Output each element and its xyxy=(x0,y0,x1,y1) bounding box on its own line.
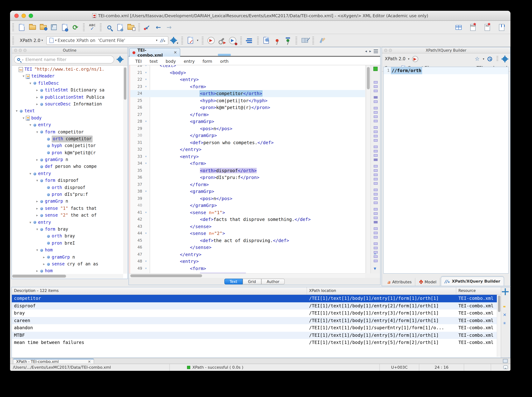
next-highlight-icon[interactable]: ▼ xyxy=(374,267,376,270)
indent-lines-button[interactable] xyxy=(245,36,254,45)
code-line-20[interactable]: 20▿<text> xyxy=(130,65,365,69)
outline-item[interactable]: ▶sense"1"facts that xyxy=(12,205,123,212)
search-result-marker[interactable] xyxy=(374,165,378,167)
code-line-34[interactable]: 34▿<form> xyxy=(130,160,365,167)
search-result-marker[interactable] xyxy=(374,242,378,245)
search-result-marker[interactable] xyxy=(374,189,378,191)
search-result-marker[interactable] xyxy=(374,247,378,249)
outline-item[interactable]: ▼entry xyxy=(12,122,123,129)
outline-item[interactable]: pronbreI xyxy=(12,240,123,247)
search-result-marker[interactable] xyxy=(374,251,378,254)
code-line-43[interactable]: 43</sense> xyxy=(130,223,365,230)
xpath-results-tab[interactable]: XPath - TEI-combo.xml ✕ xyxy=(13,359,94,364)
result-row[interactable]: disproof/TEI[1]/text[1]/body[1]/entry[2]… xyxy=(12,302,497,310)
outline-item[interactable]: prondIs"pru:f xyxy=(12,191,123,198)
outline-item[interactable]: ▶gramGrpn xyxy=(12,198,123,205)
editor-vscrollbar[interactable] xyxy=(366,65,370,273)
outline-item[interactable]: ▼formcompetitor xyxy=(12,129,123,136)
new-xslt-button[interactable]: XSLT✱ xyxy=(469,23,477,32)
code-line-36[interactable]: 36<pron>dIs"pru:f</pron> xyxy=(130,174,365,181)
search-result-marker[interactable] xyxy=(374,169,378,172)
remove-all-results-button[interactable]: ✳ xyxy=(503,321,506,326)
annotation-ruler[interactable]: ✕ ▲ ▼ xyxy=(370,65,380,273)
outline-item[interactable]: ▶publicationStmtPublica xyxy=(12,94,123,101)
search-result-marker[interactable] xyxy=(374,202,378,204)
element-filter-input[interactable]: ⌄ Element name filter xyxy=(14,56,114,63)
outline-item[interactable]: ▼text xyxy=(12,108,123,115)
outline-item[interactable]: ▼entry xyxy=(12,170,123,177)
search-result-marker[interactable] xyxy=(374,193,378,195)
connector-button[interactable] xyxy=(317,36,326,45)
outline-item[interactable]: ▼formdisproof xyxy=(12,177,123,184)
search-result-marker[interactable] xyxy=(374,255,378,258)
tab-attributes[interactable]: aAttributes xyxy=(384,278,415,286)
search-result-marker[interactable] xyxy=(374,154,378,157)
search-result-marker[interactable] xyxy=(374,100,378,103)
search-result-marker[interactable] xyxy=(374,135,378,137)
tab-list-icon[interactable] xyxy=(374,49,378,53)
search-result-marker[interactable] xyxy=(374,221,378,223)
search-result-marker[interactable] xyxy=(374,146,378,148)
xpath-expression-editor[interactable]: 1 //form/orth xyxy=(383,67,509,274)
search-result-marker[interactable] xyxy=(374,260,378,262)
search-result-marker[interactable] xyxy=(374,227,378,230)
find-replace-button[interactable] xyxy=(105,23,114,31)
editor-tab[interactable]: TEI-combo.xml ✕ xyxy=(129,48,180,57)
close-tab-icon[interactable]: ✕ xyxy=(88,360,91,363)
code-line-49[interactable]: 49▿<form> xyxy=(130,265,365,272)
code-line-44[interactable]: 44▿<sense n="2"> xyxy=(130,230,365,237)
search-result-marker[interactable] xyxy=(374,212,378,215)
new-document-button[interactable] xyxy=(17,23,26,31)
search-result-marker[interactable] xyxy=(374,197,378,200)
xpath-version-dropdown[interactable]: XPath 2.0 xyxy=(20,38,40,43)
code-line-27[interactable]: 27</form> xyxy=(130,111,365,118)
code-line-48[interactable]: 48▿<entry> xyxy=(130,258,365,265)
search-result-marker[interactable] xyxy=(374,85,378,88)
code-line-47[interactable]: 47</entry> xyxy=(130,251,365,258)
new-db-doc-button[interactable] xyxy=(497,23,506,32)
prev-tab-icon[interactable]: ◂ xyxy=(365,49,367,53)
find-in-files-button[interactable] xyxy=(116,23,124,31)
fold-arrow-icon[interactable]: ▿ xyxy=(142,118,150,125)
history-clock-icon[interactable] xyxy=(488,56,492,61)
code-line-50[interactable]: 50<orth>bray</orth> xyxy=(130,272,365,273)
annotate-button[interactable] xyxy=(300,36,309,45)
outline-item[interactable]: ▶sourceDescInformation xyxy=(12,101,123,108)
breadcrumb-item-orth[interactable]: orth xyxy=(220,59,228,64)
result-row[interactable]: competitor/TEI[1]/text[1]/body[1]/entry[… xyxy=(12,295,497,302)
search-result-marker[interactable] xyxy=(374,90,378,92)
search-result-marker[interactable] xyxy=(374,150,378,152)
outline-item[interactable]: TEITEI"http://www.tei-c.org/ns/1. xyxy=(12,66,123,73)
result-row[interactable]: careen/TEI[1]/text[1]/body[1]/entry[4]/f… xyxy=(12,317,497,324)
search-result-marker[interactable] xyxy=(374,159,378,161)
outline-hscrollbar[interactable] xyxy=(12,274,123,278)
fold-arrow-icon[interactable]: ▿ xyxy=(142,153,150,160)
col-description[interactable]: Description – 122 items xyxy=(12,287,307,294)
outline-item[interactable]: ▶titleStmtDictionary sa xyxy=(12,87,123,94)
spell-check-button[interactable]: ABC✓ xyxy=(88,23,97,31)
console-icon[interactable] xyxy=(503,359,508,363)
outline-item[interactable]: ▼fileDesc xyxy=(12,80,123,87)
search-result-marker[interactable] xyxy=(374,126,378,129)
close-window-button[interactable] xyxy=(14,14,19,18)
outline-item[interactable]: ▶sense"2"the act of xyxy=(12,212,123,219)
save-button[interactable] xyxy=(50,23,58,31)
code-line-39[interactable]: 39<pos>n</pos> xyxy=(130,195,365,202)
code-line-31[interactable]: 31<def>person who competes.</def> xyxy=(130,139,365,146)
search-result-marker[interactable] xyxy=(374,120,378,122)
search-result-marker[interactable] xyxy=(374,81,378,84)
gear-icon[interactable] xyxy=(503,56,507,61)
fold-arrow-icon[interactable]: ▿ xyxy=(142,188,150,195)
code-line-30[interactable]: 30</gramGrp> xyxy=(130,132,365,139)
favorites-star-icon[interactable]: ☆ xyxy=(475,56,480,62)
code-line-25[interactable]: 25<hyph>com|peti|tor</hyph> xyxy=(130,97,365,104)
result-row[interactable]: abandon/TEI[1]/text[1]/body[1]/superEntr… xyxy=(12,324,497,332)
outline-item[interactable]: ▼teiHeader xyxy=(12,73,123,80)
fold-arrow-icon[interactable]: ▿ xyxy=(142,65,150,69)
code-line-45[interactable]: 45<def>the act of disproving.</def> xyxy=(130,237,365,244)
open-url-button[interactable] xyxy=(39,23,47,31)
code-area[interactable]: 20▿<text>21▿<body>22▿<entry>23▿<form>24<… xyxy=(129,65,365,273)
apply-transformation-button[interactable]: ▶ xyxy=(207,36,215,45)
search-result-marker[interactable] xyxy=(374,116,378,118)
outline-vscrollbar[interactable] xyxy=(123,66,127,274)
